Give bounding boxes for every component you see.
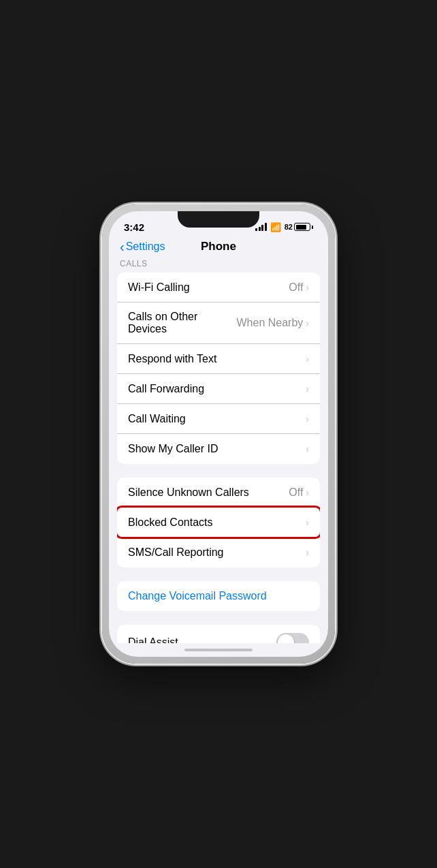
wifi-calling-row[interactable]: Wi-Fi Calling Off › — [117, 273, 320, 303]
dial-assist-toggle[interactable] — [276, 633, 309, 643]
block-section: Silence Unknown Callers Off › — [109, 478, 328, 568]
respond-with-text-chevron-icon: › — [306, 354, 309, 365]
content-area: CALLS Wi-Fi Calling Off › Calls on — [109, 259, 328, 643]
call-forwarding-label: Call Forwarding — [128, 383, 204, 395]
change-voicemail-password-row[interactable]: Change Voicemail Password — [117, 581, 320, 611]
calls-other-devices-row[interactable]: Calls on Other Devices When Nearby › — [117, 303, 320, 344]
wifi-calling-value: Off — [289, 281, 303, 294]
toggle-knob — [278, 634, 294, 643]
calls-other-devices-chevron-icon: › — [306, 317, 309, 328]
back-label: Settings — [126, 241, 165, 253]
silence-unknown-callers-label: Silence Unknown Callers — [128, 486, 249, 499]
sms-call-reporting-row[interactable]: SMS/Call Reporting › — [117, 538, 320, 568]
silence-unknown-callers-value: Off — [289, 486, 303, 499]
wifi-icon: 📶 — [270, 222, 281, 232]
home-indicator — [184, 649, 253, 651]
page-title: Phone — [201, 240, 236, 253]
call-waiting-row[interactable]: Call Waiting › — [117, 404, 320, 434]
show-caller-id-row[interactable]: Show My Caller ID › — [117, 434, 320, 464]
respond-with-text-row[interactable]: Respond with Text › — [117, 344, 320, 374]
calls-section-label: CALLS — [109, 259, 328, 273]
phone-screen: 3:42 📶 82 ‹ Settings P — [109, 211, 328, 657]
voicemail-settings-group: Change Voicemail Password — [117, 581, 320, 611]
status-time: 3:42 — [124, 221, 144, 233]
back-button[interactable]: ‹ Settings — [120, 240, 165, 253]
respond-with-text-label: Respond with Text — [128, 353, 216, 365]
back-chevron-icon: ‹ — [120, 240, 125, 253]
calls-other-devices-value: When Nearby — [237, 317, 304, 329]
calls-section: CALLS Wi-Fi Calling Off › Calls on — [109, 259, 328, 464]
change-voicemail-password-label: Change Voicemail Password — [128, 590, 267, 602]
blocked-contacts-row[interactable]: Blocked Contacts › — [117, 508, 320, 538]
dial-assist-section: Dial Assist Dial assist automatically de… — [109, 625, 328, 643]
call-waiting-chevron-icon: › — [306, 414, 309, 424]
status-icons: 📶 82 — [255, 222, 313, 232]
sms-call-reporting-chevron-icon: › — [306, 547, 309, 558]
call-forwarding-row[interactable]: Call Forwarding › — [117, 374, 320, 404]
wifi-calling-chevron-icon: › — [306, 282, 309, 293]
blocked-contacts-chevron-icon: › — [306, 517, 309, 528]
silence-unknown-callers-row[interactable]: Silence Unknown Callers Off › — [117, 478, 320, 508]
notch — [178, 211, 259, 228]
call-waiting-label: Call Waiting — [128, 413, 186, 425]
navigation-bar: ‹ Settings Phone — [109, 237, 328, 259]
voicemail-section: Change Voicemail Password — [109, 581, 328, 611]
dial-assist-row[interactable]: Dial Assist — [117, 625, 320, 643]
dial-assist-settings-group: Dial Assist — [117, 625, 320, 643]
blocked-contacts-label: Blocked Contacts — [128, 516, 213, 529]
signal-icon — [255, 223, 267, 231]
block-settings-group: Silence Unknown Callers Off › — [117, 478, 320, 568]
battery-level: 82 — [285, 223, 293, 231]
battery-icon: 82 — [285, 223, 313, 231]
wifi-calling-label: Wi-Fi Calling — [128, 281, 190, 294]
phone-frame: 3:42 📶 82 ‹ Settings P — [102, 204, 335, 664]
silence-unknown-callers-chevron-icon: › — [306, 487, 309, 498]
dial-assist-label: Dial Assist — [128, 636, 178, 643]
sms-call-reporting-label: SMS/Call Reporting — [128, 546, 224, 559]
calls-settings-group: Wi-Fi Calling Off › Calls on Other Devic… — [117, 273, 320, 464]
calls-other-devices-label: Calls on Other Devices — [128, 311, 237, 335]
call-forwarding-chevron-icon: › — [306, 384, 309, 394]
show-caller-id-chevron-icon: › — [306, 444, 309, 454]
show-caller-id-label: Show My Caller ID — [128, 443, 218, 455]
